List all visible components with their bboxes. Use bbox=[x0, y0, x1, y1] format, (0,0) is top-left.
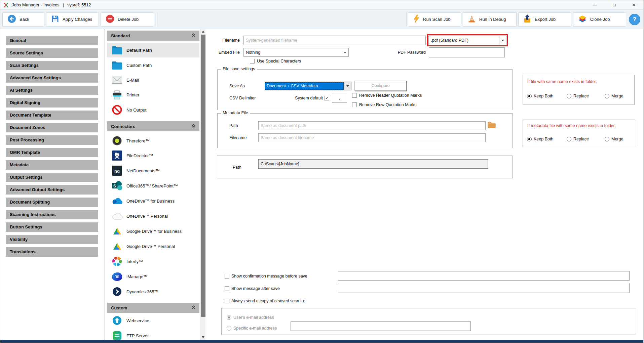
output-item-webservice[interactable]: Webservice bbox=[107, 313, 199, 328]
section-header-connectors[interactable]: Connectors bbox=[107, 121, 199, 131]
keep-both-radio[interactable] bbox=[527, 94, 532, 98]
apply-changes-button[interactable]: Apply Changes bbox=[46, 12, 99, 27]
output-item-interfy[interactable]: Interfy™ bbox=[107, 254, 199, 269]
export-job-button[interactable]: Export Job bbox=[518, 12, 571, 27]
specific-email-radio[interactable] bbox=[227, 326, 231, 331]
output-item-no-output[interactable]: No Output bbox=[107, 102, 199, 117]
embed-file-dropdown[interactable]: Nothing bbox=[243, 48, 349, 57]
scroll-down-arrow[interactable] bbox=[200, 335, 205, 340]
output-item-custom-path[interactable]: Custom Path bbox=[107, 58, 199, 73]
sidebar-item-visibility[interactable]: Visibility bbox=[6, 235, 98, 244]
close-button[interactable]: ✕ bbox=[624, 0, 644, 9]
output-panel-scrollbar[interactable] bbox=[200, 29, 205, 340]
merge-radio[interactable] bbox=[605, 94, 609, 98]
configure-button[interactable]: Configure bbox=[354, 81, 407, 91]
sidebar-item-translations[interactable]: Translations bbox=[6, 247, 98, 257]
replace-label: Replace bbox=[573, 94, 589, 99]
meta-replace-radio[interactable] bbox=[567, 137, 571, 141]
confirmation-message-input[interactable] bbox=[338, 271, 630, 281]
use-special-characters-checkbox[interactable] bbox=[250, 59, 255, 63]
sidebar-item-general[interactable]: General bbox=[6, 36, 98, 45]
chevron-down-icon[interactable] bbox=[344, 82, 351, 90]
csv-delimiter-label: CSV Delimiter bbox=[229, 94, 256, 102]
output-item-therefore[interactable]: Therefore™ bbox=[107, 133, 199, 148]
sidebar-item-ai-settings[interactable]: AI Settings bbox=[6, 86, 98, 95]
delete-icon bbox=[106, 14, 114, 24]
sidebar-item-post-processing[interactable]: Post Processing bbox=[6, 135, 98, 145]
section-header-standard[interactable]: Standard bbox=[107, 31, 199, 41]
save-as-dropdown[interactable]: Document + CSV Metadata bbox=[264, 82, 351, 90]
output-item-email[interactable]: E-Mail bbox=[107, 73, 199, 87]
output-item-imanage[interactable]: ʼm iManage™ bbox=[107, 269, 199, 284]
sidebar-item-advanced-output-settings[interactable]: Advanced Output Settings bbox=[6, 185, 98, 195]
svg-text:nd: nd bbox=[114, 169, 120, 174]
always-send-copy-checkbox[interactable] bbox=[225, 299, 229, 303]
collapse-chevrons-icon[interactable] bbox=[192, 124, 195, 129]
path-label: Path bbox=[233, 162, 241, 172]
chevron-down-icon[interactable] bbox=[499, 36, 506, 45]
traffic-cone-icon bbox=[468, 15, 476, 24]
output-item-netdocuments[interactable]: nd NetDocuments™ bbox=[107, 163, 199, 178]
sidebar-item-button-settings[interactable]: Button Settings bbox=[6, 222, 98, 232]
user-email-radio[interactable] bbox=[227, 315, 231, 320]
metadata-path-input[interactable] bbox=[258, 121, 486, 130]
specific-email-input[interactable] bbox=[291, 321, 471, 331]
output-item-gdrive-personal[interactable]: Google Drive™ Personal bbox=[107, 239, 199, 254]
output-item-ftp-server[interactable]: FTP Server bbox=[107, 328, 199, 340]
therefore-icon bbox=[111, 136, 123, 146]
metadata-filename-input[interactable] bbox=[258, 133, 486, 142]
run-scan-job-button[interactable]: Run Scan Job bbox=[408, 12, 461, 27]
replace-radio[interactable] bbox=[567, 94, 571, 98]
run-in-debug-button[interactable]: Run in Debug bbox=[463, 12, 517, 27]
pdf-password-input[interactable] bbox=[429, 47, 505, 57]
specific-email-label: Specific e-mail address bbox=[233, 326, 277, 331]
output-item-filedirector[interactable]: FileDirector™ bbox=[107, 148, 199, 163]
path-value-input[interactable] bbox=[258, 159, 488, 169]
section-header-custom[interactable]: Custom bbox=[107, 303, 199, 313]
system-default-checkbox[interactable]: ✓ bbox=[325, 96, 329, 100]
output-item-office365-sharepoint[interactable]: S Office365™/ SharePoint™ bbox=[107, 178, 199, 193]
chevron-down-icon[interactable] bbox=[341, 48, 348, 56]
meta-keep-both-radio[interactable] bbox=[527, 137, 532, 141]
filetype-dropdown[interactable]: .pdf (Standard PDF) bbox=[428, 36, 506, 45]
sidebar-item-source-settings[interactable]: Source Settings bbox=[6, 48, 98, 58]
remove-header-quotes-label: Remove Header Quotation Marks bbox=[359, 93, 422, 98]
scroll-up-arrow[interactable] bbox=[200, 29, 205, 34]
sidebar-item-omr-template[interactable]: OMR Template bbox=[6, 148, 98, 157]
meta-merge-radio[interactable] bbox=[605, 137, 609, 141]
output-item-printer[interactable]: Printer bbox=[107, 87, 199, 102]
sidebar-item-scan-settings[interactable]: Scan Settings bbox=[6, 61, 98, 70]
filename-input[interactable] bbox=[243, 36, 426, 45]
sidebar-item-scanning-instructions[interactable]: Scanning Instructions bbox=[6, 210, 98, 219]
clone-job-button[interactable]: Clone Job bbox=[573, 12, 626, 27]
collapse-chevrons-icon[interactable] bbox=[192, 305, 195, 310]
merge-label: Merge bbox=[611, 94, 623, 99]
show-confirmation-checkbox[interactable] bbox=[225, 274, 229, 278]
back-button[interactable]: Back bbox=[2, 12, 44, 27]
output-item-default-path[interactable]: Default Path bbox=[107, 43, 199, 57]
output-item-dynamics365[interactable]: Dynamics 365™ bbox=[107, 284, 199, 299]
sidebar-item-document-template[interactable]: Document Template bbox=[6, 111, 98, 120]
output-item-gdrive-business[interactable]: Google Drive™ for Business bbox=[107, 224, 199, 239]
sidebar-item-advanced-scan-settings[interactable]: Advanced Scan Settings bbox=[6, 73, 98, 83]
maximize-button[interactable]: □ bbox=[605, 0, 624, 9]
sidebar-item-digital-signing[interactable]: Digital Signing bbox=[6, 98, 98, 108]
minimize-button[interactable]: — bbox=[585, 0, 605, 9]
delimiter-input[interactable]: , bbox=[332, 94, 347, 102]
sidebar-item-document-zones[interactable]: Document Zones bbox=[6, 123, 98, 132]
delete-job-button[interactable]: Delete Job bbox=[101, 12, 154, 27]
remove-header-quotes-checkbox[interactable] bbox=[352, 93, 357, 98]
scrollbar-thumb[interactable] bbox=[201, 35, 205, 317]
keep-both-label: Keep Both bbox=[534, 94, 553, 99]
after-message-input[interactable] bbox=[338, 283, 630, 293]
collapse-chevrons-icon[interactable] bbox=[192, 33, 195, 38]
sidebar-item-output-settings[interactable]: Output Settings bbox=[6, 173, 98, 182]
output-item-onedrive-personal[interactable]: OneDrive™ Personal bbox=[107, 209, 199, 223]
sidebar-item-metadata[interactable]: Metadata bbox=[6, 160, 98, 170]
browse-folder-icon[interactable] bbox=[488, 122, 496, 130]
remove-row-quotes-checkbox[interactable] bbox=[352, 102, 357, 107]
show-message-after-checkbox[interactable] bbox=[225, 286, 229, 291]
help-button[interactable]: ? bbox=[629, 14, 640, 25]
output-item-onedrive-business[interactable]: OneDrive™ for Business bbox=[107, 194, 199, 208]
sidebar-item-document-splitting[interactable]: Document Splitting bbox=[6, 198, 98, 207]
